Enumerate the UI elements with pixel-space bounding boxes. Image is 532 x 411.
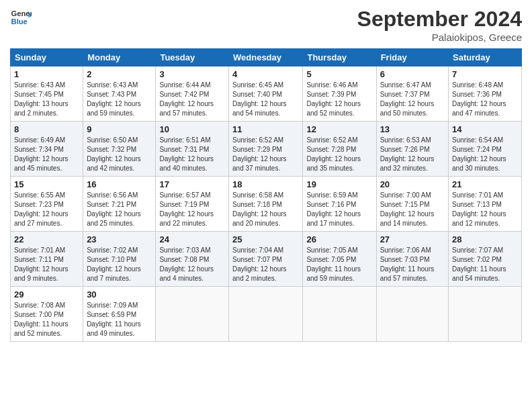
weekday-wednesday: Wednesday <box>229 49 303 66</box>
day-number: 15 <box>14 179 79 189</box>
day-info: Sunrise: 7:00 AM Sunset: 7:15 PM Dayligh… <box>380 191 445 228</box>
day-number: 29 <box>14 289 79 300</box>
day-info: Sunrise: 6:43 AM Sunset: 7:45 PM Dayligh… <box>14 81 79 118</box>
day-number: 19 <box>306 179 372 189</box>
day-cell: 6Sunrise: 6:47 AM Sunset: 7:37 PM Daylig… <box>376 66 448 122</box>
day-cell <box>376 287 448 342</box>
day-number: 27 <box>380 234 445 244</box>
day-info: Sunrise: 7:07 AM Sunset: 7:02 PM Dayligh… <box>452 246 518 283</box>
day-number: 21 <box>452 179 518 189</box>
weekday-tuesday: Tuesday <box>156 49 229 66</box>
day-number: 8 <box>14 124 79 134</box>
day-info: Sunrise: 6:53 AM Sunset: 7:26 PM Dayligh… <box>380 136 445 173</box>
day-cell: 10Sunrise: 6:51 AM Sunset: 7:31 PM Dayli… <box>156 122 229 177</box>
day-info: Sunrise: 6:57 AM Sunset: 7:19 PM Dayligh… <box>159 191 225 228</box>
logo-icon: General Blue <box>10 7 32 28</box>
day-cell: 2Sunrise: 6:43 AM Sunset: 7:43 PM Daylig… <box>83 66 156 122</box>
day-cell <box>449 287 522 342</box>
day-cell: 21Sunrise: 7:01 AM Sunset: 7:13 PM Dayli… <box>449 177 522 232</box>
day-number: 16 <box>87 179 152 189</box>
day-number: 18 <box>232 179 299 189</box>
day-info: Sunrise: 7:09 AM Sunset: 6:59 PM Dayligh… <box>87 301 152 338</box>
calendar: SundayMondayTuesdayWednesdayThursdayFrid… <box>10 48 522 342</box>
day-info: Sunrise: 7:01 AM Sunset: 7:11 PM Dayligh… <box>14 246 79 283</box>
day-cell: 1Sunrise: 6:43 AM Sunset: 7:45 PM Daylig… <box>11 66 83 122</box>
day-cell: 9Sunrise: 6:50 AM Sunset: 7:32 PM Daylig… <box>83 122 156 177</box>
month-title: September 2024 <box>357 7 522 32</box>
logo: General Blue <box>10 7 32 28</box>
day-info: Sunrise: 7:06 AM Sunset: 7:03 PM Dayligh… <box>380 246 445 283</box>
title-block: September 2024 Palaiokipos, Greece <box>357 7 522 43</box>
day-cell: 29Sunrise: 7:08 AM Sunset: 7:00 PM Dayli… <box>11 287 83 342</box>
day-info: Sunrise: 6:45 AM Sunset: 7:40 PM Dayligh… <box>232 81 299 118</box>
day-number: 13 <box>380 124 445 134</box>
day-cell: 5Sunrise: 6:46 AM Sunset: 7:39 PM Daylig… <box>303 66 376 122</box>
week-row-3: 15Sunrise: 6:55 AM Sunset: 7:23 PM Dayli… <box>11 177 522 232</box>
day-number: 22 <box>14 234 79 244</box>
page-container: General Blue September 2024 Palaiokipos,… <box>0 0 532 349</box>
day-cell: 8Sunrise: 6:49 AM Sunset: 7:34 PM Daylig… <box>11 122 83 177</box>
weekday-header-row: SundayMondayTuesdayWednesdayThursdayFrid… <box>11 49 522 66</box>
day-number: 14 <box>452 124 518 134</box>
svg-text:Blue: Blue <box>11 17 28 26</box>
day-number: 5 <box>306 69 372 79</box>
day-info: Sunrise: 7:08 AM Sunset: 7:00 PM Dayligh… <box>14 301 79 338</box>
day-cell: 18Sunrise: 6:58 AM Sunset: 7:18 PM Dayli… <box>229 177 303 232</box>
day-number: 3 <box>159 69 225 79</box>
day-cell: 16Sunrise: 6:56 AM Sunset: 7:21 PM Dayli… <box>83 177 156 232</box>
day-cell <box>229 287 303 342</box>
day-number: 28 <box>452 234 518 244</box>
day-number: 7 <box>452 69 518 79</box>
day-info: Sunrise: 7:03 AM Sunset: 7:08 PM Dayligh… <box>159 246 225 283</box>
day-cell: 23Sunrise: 7:02 AM Sunset: 7:10 PM Dayli… <box>83 232 156 287</box>
day-info: Sunrise: 7:05 AM Sunset: 7:05 PM Dayligh… <box>306 246 372 283</box>
weekday-thursday: Thursday <box>303 49 376 66</box>
day-number: 12 <box>306 124 372 134</box>
header: General Blue September 2024 Palaiokipos,… <box>10 7 522 43</box>
day-cell: 22Sunrise: 7:01 AM Sunset: 7:11 PM Dayli… <box>11 232 83 287</box>
day-cell: 13Sunrise: 6:53 AM Sunset: 7:26 PM Dayli… <box>376 122 448 177</box>
week-row-2: 8Sunrise: 6:49 AM Sunset: 7:34 PM Daylig… <box>11 122 522 177</box>
day-number: 9 <box>87 124 152 134</box>
day-number: 24 <box>159 234 225 244</box>
day-cell: 24Sunrise: 7:03 AM Sunset: 7:08 PM Dayli… <box>156 232 229 287</box>
day-info: Sunrise: 6:52 AM Sunset: 7:29 PM Dayligh… <box>232 136 299 173</box>
day-cell: 11Sunrise: 6:52 AM Sunset: 7:29 PM Dayli… <box>229 122 303 177</box>
day-number: 25 <box>232 234 299 244</box>
day-cell: 20Sunrise: 7:00 AM Sunset: 7:15 PM Dayli… <box>376 177 448 232</box>
day-cell <box>156 287 229 342</box>
day-info: Sunrise: 6:49 AM Sunset: 7:34 PM Dayligh… <box>14 136 79 173</box>
day-number: 6 <box>380 69 445 79</box>
day-info: Sunrise: 7:01 AM Sunset: 7:13 PM Dayligh… <box>452 191 518 228</box>
day-info: Sunrise: 6:54 AM Sunset: 7:24 PM Dayligh… <box>452 136 518 173</box>
day-info: Sunrise: 6:51 AM Sunset: 7:31 PM Dayligh… <box>159 136 225 173</box>
day-number: 4 <box>232 69 299 79</box>
day-number: 10 <box>159 124 225 134</box>
day-number: 1 <box>14 69 79 79</box>
day-cell: 4Sunrise: 6:45 AM Sunset: 7:40 PM Daylig… <box>229 66 303 122</box>
day-info: Sunrise: 6:47 AM Sunset: 7:37 PM Dayligh… <box>380 81 445 118</box>
day-info: Sunrise: 7:02 AM Sunset: 7:10 PM Dayligh… <box>87 246 152 283</box>
day-info: Sunrise: 6:52 AM Sunset: 7:28 PM Dayligh… <box>306 136 372 173</box>
week-row-1: 1Sunrise: 6:43 AM Sunset: 7:45 PM Daylig… <box>11 66 522 122</box>
day-info: Sunrise: 7:04 AM Sunset: 7:07 PM Dayligh… <box>232 246 299 283</box>
day-info: Sunrise: 6:43 AM Sunset: 7:43 PM Dayligh… <box>87 81 152 118</box>
day-cell: 19Sunrise: 6:59 AM Sunset: 7:16 PM Dayli… <box>303 177 376 232</box>
day-cell: 27Sunrise: 7:06 AM Sunset: 7:03 PM Dayli… <box>376 232 448 287</box>
day-number: 30 <box>87 289 152 300</box>
day-info: Sunrise: 6:56 AM Sunset: 7:21 PM Dayligh… <box>87 191 152 228</box>
day-number: 20 <box>380 179 445 189</box>
day-cell: 15Sunrise: 6:55 AM Sunset: 7:23 PM Dayli… <box>11 177 83 232</box>
day-cell: 17Sunrise: 6:57 AM Sunset: 7:19 PM Dayli… <box>156 177 229 232</box>
day-number: 17 <box>159 179 225 189</box>
day-cell: 28Sunrise: 7:07 AM Sunset: 7:02 PM Dayli… <box>449 232 522 287</box>
day-info: Sunrise: 6:50 AM Sunset: 7:32 PM Dayligh… <box>87 136 152 173</box>
day-info: Sunrise: 6:58 AM Sunset: 7:18 PM Dayligh… <box>232 191 299 228</box>
day-info: Sunrise: 6:46 AM Sunset: 7:39 PM Dayligh… <box>306 81 372 118</box>
day-cell: 14Sunrise: 6:54 AM Sunset: 7:24 PM Dayli… <box>449 122 522 177</box>
day-cell: 26Sunrise: 7:05 AM Sunset: 7:05 PM Dayli… <box>303 232 376 287</box>
day-info: Sunrise: 6:59 AM Sunset: 7:16 PM Dayligh… <box>306 191 372 228</box>
day-info: Sunrise: 6:55 AM Sunset: 7:23 PM Dayligh… <box>14 191 79 228</box>
week-row-5: 29Sunrise: 7:08 AM Sunset: 7:00 PM Dayli… <box>11 287 522 342</box>
day-info: Sunrise: 6:44 AM Sunset: 7:42 PM Dayligh… <box>159 81 225 118</box>
